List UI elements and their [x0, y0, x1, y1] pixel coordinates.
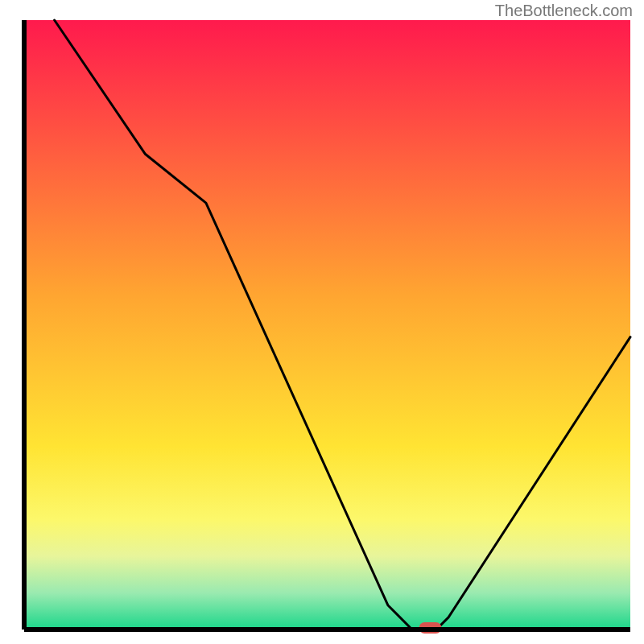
- watermark-text: TheBottleneck.com: [495, 2, 633, 20]
- bottleneck-chart: [0, 0, 644, 644]
- chart-container: TheBottleneck.com: [0, 0, 644, 644]
